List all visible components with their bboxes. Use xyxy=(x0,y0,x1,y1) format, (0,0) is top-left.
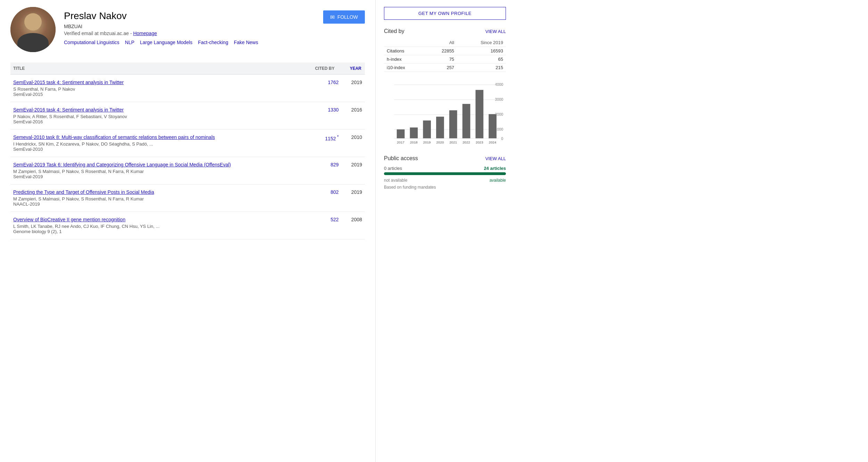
stats-row: i10-index257215 xyxy=(384,64,506,72)
chart-bar-2017[interactable] xyxy=(397,130,405,139)
paper-authors: L Smith, LK Tanabe, RJ nee Ando, CJ Kuo,… xyxy=(13,224,301,229)
paper-year: 2019 xyxy=(342,157,365,184)
chart-xlabel-2018: 2018 xyxy=(410,140,418,144)
table-row: Semeval-2010 task 8: Multi-way classific… xyxy=(10,130,365,157)
access-sublabel-right: available xyxy=(490,178,506,183)
stat-all: 75 xyxy=(425,55,457,64)
paper-authors: I Hendrickx, SN Kim, Z Kozareva, P Nakov… xyxy=(13,141,301,147)
paper-venue: SemEval-2016 xyxy=(13,119,301,124)
paper-title-cell: Overview of BioCreative II gene mention … xyxy=(10,212,303,239)
table-row: SemEval-2019 Task 6: Identifying and Cat… xyxy=(10,157,365,184)
paper-title-cell: SemEval-2019 Task 6: Identifying and Cat… xyxy=(10,157,303,184)
paper-year: 2016 xyxy=(342,102,365,130)
paper-cited-by[interactable]: 522 xyxy=(303,212,342,239)
paper-cited-by[interactable]: 1330 xyxy=(303,102,342,130)
stat-label: Citations xyxy=(384,47,425,55)
paper-title-cell: Predicting the Type and Target of Offens… xyxy=(10,184,303,212)
chart-xlabel-2017: 2017 xyxy=(397,140,404,144)
cited-by-section: Cited by VIEW ALL All Since 2019 Citatio… xyxy=(384,28,506,148)
follow-button[interactable]: ✉ FOLLOW xyxy=(323,10,365,24)
access-sublabels: not available available xyxy=(384,178,506,183)
avatar xyxy=(10,7,56,52)
interest-tag-fake-news[interactable]: Fake News xyxy=(234,40,258,45)
paper-cited-by[interactable]: 1762 xyxy=(303,75,342,102)
access-bar-fill xyxy=(384,172,506,175)
paper-year: 2019 xyxy=(342,75,365,102)
paper-title-link[interactable]: SemEval-2019 Task 6: Identifying and Cat… xyxy=(13,162,301,167)
stat-since: 16593 xyxy=(457,47,506,55)
paper-title-link[interactable]: SemEval-2016 task 4: Sentiment analysis … xyxy=(13,107,301,113)
profile-email: Verified email at mbzuai.ac.ae - Homepag… xyxy=(64,31,315,36)
paper-cited-by[interactable]: 1152 * xyxy=(303,130,342,157)
paper-venue: NAACL-2019 xyxy=(13,201,301,207)
view-all-access-link[interactable]: VIEW ALL xyxy=(485,156,506,161)
public-access-title: Public access xyxy=(384,155,418,162)
paper-venue: SemEval-2019 xyxy=(13,174,301,179)
paper-authors: M Zampieri, S Malmasi, P Nakov, S Rosent… xyxy=(13,169,301,174)
chart-xlabel-2021: 2021 xyxy=(449,140,457,144)
table-row: Predicting the Type and Target of Offens… xyxy=(10,184,365,212)
access-bar-container: 0 articles 24 articles not available ava… xyxy=(384,166,506,190)
access-note: Based on funding mandates xyxy=(384,185,506,190)
col-title: TITLE xyxy=(10,63,303,75)
profile-name: Preslav Nakov xyxy=(64,10,315,22)
get-profile-button[interactable]: GET MY OWN PROFILE xyxy=(384,7,506,20)
chart-bar-2022[interactable] xyxy=(462,104,470,138)
public-access-section: Public access VIEW ALL 0 articles 24 art… xyxy=(384,155,506,190)
paper-venue: SemEval-2015 xyxy=(13,92,301,97)
paper-title-link[interactable]: SemEval-2015 task 4: Sentiment analysis … xyxy=(13,80,301,85)
chart-bar-2020[interactable] xyxy=(436,117,444,138)
chart-bar-2023[interactable] xyxy=(475,90,483,138)
view-all-citations-link[interactable]: VIEW ALL xyxy=(485,29,506,34)
access-header: Public access VIEW ALL xyxy=(384,155,506,162)
chart-xlabel-2019: 2019 xyxy=(423,140,431,144)
stat-label: h-index xyxy=(384,55,425,64)
chart-bar-2018[interactable] xyxy=(410,127,418,138)
chart-bar-2024[interactable] xyxy=(489,114,497,138)
cited-by-header: Cited by VIEW ALL xyxy=(384,28,506,34)
paper-cited-by[interactable]: 829 xyxy=(303,157,342,184)
paper-title-cell: SemEval-2015 task 4: Sentiment analysis … xyxy=(10,75,303,102)
table-row: SemEval-2015 task 4: Sentiment analysis … xyxy=(10,75,365,102)
col-year: YEAR xyxy=(342,63,365,75)
stats-row: Citations2285516593 xyxy=(384,47,506,55)
access-sublabel-left: not available xyxy=(384,178,407,183)
paper-authors: S Rosenthal, N Farra, P Nakov xyxy=(13,86,301,92)
interest-tag-computational-linguistics[interactable]: Computational Linguistics xyxy=(64,40,120,45)
table-header: TITLE CITED BY YEAR xyxy=(10,63,365,75)
profile-info: Preslav Nakov MBZUAI Verified email at m… xyxy=(64,7,315,45)
table-row: Overview of BioCreative II gene mention … xyxy=(10,212,365,239)
chart-bar-2021[interactable] xyxy=(449,110,457,138)
table-row: SemEval-2016 task 4: Sentiment analysis … xyxy=(10,102,365,130)
access-count-right: 24 articles xyxy=(484,166,506,171)
access-labels: 0 articles 24 articles xyxy=(384,166,506,171)
stat-all: 22855 xyxy=(425,47,457,55)
interest-tag-fact-checking[interactable]: Fact-checking xyxy=(198,40,228,45)
stats-tbody: Citations2285516593h-index7565i10-index2… xyxy=(384,47,506,72)
interest-tag-nlp[interactable]: NLP xyxy=(125,40,134,45)
col-cited-by: CITED BY xyxy=(303,63,342,75)
profile-interests: Computational LinguisticsNLPLarge Langua… xyxy=(64,40,315,45)
homepage-link[interactable]: Homepage xyxy=(133,31,157,36)
follow-icon: ✉ xyxy=(330,14,335,20)
chart-xlabel-2024: 2024 xyxy=(489,140,497,144)
profile-header: Preslav Nakov MBZUAI Verified email at m… xyxy=(10,7,365,59)
stats-col-all: All xyxy=(425,39,457,47)
paper-cited-by[interactable]: 802 xyxy=(303,184,342,212)
access-count-left: 0 articles xyxy=(384,166,402,171)
cited-by-title: Cited by xyxy=(384,28,404,34)
paper-year: 2010 xyxy=(342,130,365,157)
chart-bar-2019[interactable] xyxy=(423,121,431,138)
paper-title-link[interactable]: Overview of BioCreative II gene mention … xyxy=(13,217,301,222)
paper-title-link[interactable]: Semeval-2010 task 8: Multi-way classific… xyxy=(13,134,301,140)
papers-table: TITLE CITED BY YEAR SemEval-2015 task 4:… xyxy=(10,63,365,239)
svg-text:0: 0 xyxy=(501,137,503,141)
citation-chart: 4000 3000 2000 1000 0 201720182019202020… xyxy=(384,79,506,148)
avatar-image xyxy=(10,7,56,52)
paper-title-cell: Semeval-2010 task 8: Multi-way classific… xyxy=(10,130,303,157)
stats-col-since: Since 2019 xyxy=(457,39,506,47)
paper-title-link[interactable]: Predicting the Type and Target of Offens… xyxy=(13,189,301,195)
interest-tag-large-language-models[interactable]: Large Language Models xyxy=(140,40,193,45)
paper-authors: M Zampieri, S Malmasi, P Nakov, S Rosent… xyxy=(13,196,301,201)
paper-year: 2008 xyxy=(342,212,365,239)
